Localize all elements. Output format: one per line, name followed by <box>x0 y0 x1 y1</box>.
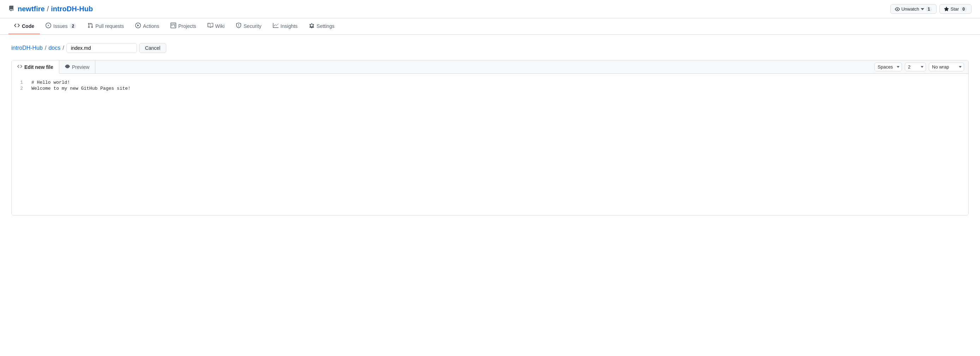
repo-icon <box>8 5 14 13</box>
code-line-2: 2 Welcome to my new GitHub Pages site! <box>12 85 968 91</box>
tab-wiki-label: Wiki <box>215 23 224 29</box>
tab-issues-label: Issues <box>53 23 67 29</box>
tab-code-label: Code <box>22 23 34 29</box>
tab-security[interactable]: Security <box>230 18 267 34</box>
editor-tabs: Edit new file Preview <box>12 61 95 73</box>
unwatch-label: Unwatch <box>901 6 919 12</box>
breadcrumb-sep2: / <box>62 45 64 51</box>
line-content-2: Welcome to my new GitHub Pages site! <box>29 86 130 91</box>
pr-icon <box>88 22 93 29</box>
tab-code[interactable]: Code <box>8 18 40 34</box>
tab-insights[interactable]: Insights <box>267 18 303 34</box>
tab-pull-requests[interactable]: Pull requests <box>82 18 130 34</box>
security-icon <box>236 22 242 29</box>
unwatch-count: 1 <box>926 7 932 12</box>
actions-icon <box>135 22 141 29</box>
line-content-1: # Hello world! <box>29 80 70 85</box>
edit-tab-label: Edit new file <box>24 64 53 70</box>
code-icon <box>14 22 20 29</box>
tab-actions-label: Actions <box>143 23 159 29</box>
projects-icon <box>170 22 176 29</box>
tab-pr-label: Pull requests <box>95 23 124 29</box>
insights-icon <box>273 22 278 29</box>
breadcrumb: introDH-Hub / docs / Cancel <box>11 43 969 53</box>
main-content: introDH-Hub / docs / Cancel Edit new fil… <box>0 35 980 224</box>
spaces-select[interactable]: Spaces Tabs <box>875 62 902 71</box>
org-link[interactable]: newtfire <box>18 5 45 13</box>
top-actions: Unwatch 1 Star 0 <box>890 4 972 14</box>
preview-tab-label: Preview <box>72 64 90 70</box>
filename-input[interactable] <box>66 43 137 53</box>
editor-controls: Spaces Tabs 2 4 8 No wrap Soft wrap <box>870 61 968 73</box>
line-number-2: 2 <box>12 86 29 91</box>
unwatch-button[interactable]: Unwatch 1 <box>890 4 937 14</box>
repo-title: newtfire / introDH-Hub <box>8 5 93 13</box>
tab-actions[interactable]: Actions <box>130 18 165 34</box>
tab-settings-label: Settings <box>317 23 335 29</box>
eye-icon <box>65 64 70 70</box>
breadcrumb-sep1: / <box>45 45 46 51</box>
settings-icon <box>309 22 315 29</box>
breadcrumb-repo-link[interactable]: introDH-Hub <box>11 45 43 51</box>
tab-settings[interactable]: Settings <box>303 18 340 34</box>
nowrap-select[interactable]: No wrap Soft wrap <box>929 62 964 71</box>
title-separator: / <box>47 5 49 13</box>
tab-issues[interactable]: Issues 2 <box>40 18 82 34</box>
tab-nav: Code Issues 2 Pull requests Actions Proj… <box>0 18 980 35</box>
repo-link[interactable]: introDH-Hub <box>51 5 93 13</box>
issues-badge: 2 <box>70 23 76 29</box>
star-label: Star <box>950 6 959 12</box>
edit-tab[interactable]: Edit new file <box>12 61 59 74</box>
star-button[interactable]: Star 0 <box>939 4 972 14</box>
tab-projects-label: Projects <box>178 23 196 29</box>
tab-insights-label: Insights <box>281 23 298 29</box>
cancel-button[interactable]: Cancel <box>139 43 167 53</box>
star-count: 0 <box>960 7 967 12</box>
issues-icon <box>46 22 51 29</box>
tab-projects[interactable]: Projects <box>165 18 202 34</box>
tab-security-label: Security <box>243 23 262 29</box>
breadcrumb-folder-link[interactable]: docs <box>48 45 60 51</box>
code-line-1: 1 # Hello world! <box>12 80 968 85</box>
wiki-icon <box>208 22 213 29</box>
editor-toolbar: Edit new file Preview Spaces Tabs 2 4 <box>12 61 968 74</box>
preview-tab[interactable]: Preview <box>59 61 95 73</box>
editor-container: Edit new file Preview Spaces Tabs 2 4 <box>11 60 969 216</box>
indent-select[interactable]: 2 4 8 <box>905 62 926 71</box>
line-number-1: 1 <box>12 80 29 85</box>
top-bar: newtfire / introDH-Hub Unwatch 1 Star 0 <box>0 0 980 18</box>
tab-wiki[interactable]: Wiki <box>202 18 230 34</box>
code-editor[interactable]: 1 # Hello world! 2 Welcome to my new Git… <box>12 74 968 215</box>
code-bracket-icon <box>17 64 22 70</box>
